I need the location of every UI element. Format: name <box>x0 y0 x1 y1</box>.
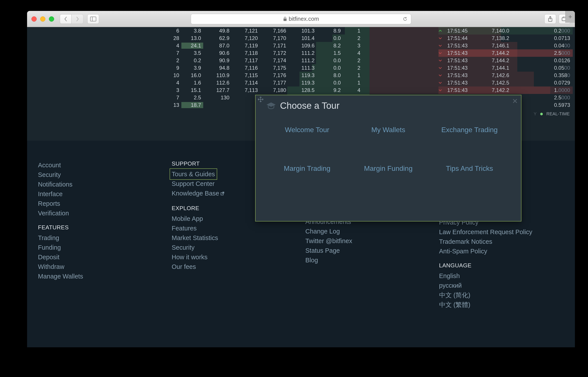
tour-option[interactable]: Margin Trading <box>267 165 348 173</box>
orderbook-cell: 18.7 <box>181 102 203 108</box>
tour-option[interactable]: Tips And Tricks <box>429 165 510 173</box>
trade-time: 17:51:43 <box>446 58 477 64</box>
footer-link[interactable]: How it works <box>172 252 297 262</box>
orderbook-cell: 112.6 <box>203 80 232 86</box>
url-text: bitfinex.com <box>289 15 319 22</box>
trade-row[interactable]: 17:51:437,144.10.0500 <box>439 64 573 72</box>
share-button[interactable] <box>544 14 556 24</box>
footer-link[interactable]: русский <box>439 281 564 290</box>
orderbook-cell: 2 <box>343 58 362 64</box>
orderbook-cell: 3 <box>343 43 362 49</box>
trade-row[interactable]: 17:51:447,138.20.0713 <box>439 35 573 42</box>
footer-link[interactable]: Trading <box>38 233 163 243</box>
tour-option[interactable]: Welcome Tour <box>267 126 348 134</box>
tour-option[interactable]: My Wallets <box>348 126 429 134</box>
forward-button[interactable] <box>72 14 83 24</box>
orderbook-cell: 87.0 <box>203 43 232 49</box>
orderbook-cell: 2 <box>343 35 362 41</box>
new-tab-button[interactable]: + <box>565 11 575 23</box>
trade-time: 17:51:43 <box>446 80 477 86</box>
orderbook-cell: 49.8 <box>203 28 232 34</box>
footer-link[interactable]: Manage Wallets <box>38 271 163 281</box>
drag-handle-icon[interactable] <box>258 96 263 102</box>
orderbook-cell: 7,113 <box>232 87 260 93</box>
traffic-lights <box>31 16 54 22</box>
footer-link[interactable]: Deposit <box>38 252 163 262</box>
trade-qty: 2.5000 <box>512 94 573 101</box>
orderbook-cell: 7,115 <box>232 72 260 78</box>
orderbook-cell: 119.3 <box>288 80 317 86</box>
footer-link[interactable]: Account <box>38 160 163 170</box>
orderbook-cell: 111.2 <box>288 58 317 64</box>
footer-link[interactable]: Trademark Notices <box>439 237 564 246</box>
footer-link[interactable]: Reports <box>38 199 163 208</box>
footer-link[interactable]: 中文 (简化) <box>439 290 564 300</box>
orderbook-cell: 0.0 <box>317 58 343 64</box>
footer-link[interactable]: Notifications <box>38 179 163 189</box>
trade-row[interactable]: 17:51:437,142.60.3580 <box>439 72 573 79</box>
back-button[interactable] <box>60 14 72 24</box>
trade-price: 7,142.5 <box>477 80 512 86</box>
trade-row[interactable]: 17:51:437,144.20.0126 <box>439 57 573 64</box>
footer-link[interactable]: Funding <box>38 243 163 252</box>
footer-link[interactable]: 中文 (繁體) <box>439 300 564 309</box>
orderbook-cell: 128.5 <box>288 87 317 93</box>
orderbook-cell: 3.5 <box>181 50 203 56</box>
footer-link[interactable]: Change Log <box>305 226 430 236</box>
tour-option[interactable]: Exchange Trading <box>429 126 510 134</box>
trade-time: 17:51:45 <box>446 28 477 34</box>
orderbook-cell: 7,118 <box>232 50 260 56</box>
footer-link[interactable]: Security <box>172 243 297 252</box>
address-bar[interactable]: bitfinex.com <box>191 14 411 24</box>
footer-col-1: AccountSecurityNotificationsInterfaceRep… <box>38 160 163 339</box>
tour-option[interactable]: Margin Funding <box>348 165 429 173</box>
orderbook-cell: 111.3 <box>288 65 317 71</box>
footer-link[interactable]: Twitter @bitfinex <box>305 236 430 246</box>
trade-row[interactable]: 17:51:437,142.21.0000 <box>439 86 573 94</box>
footer-link[interactable]: Market Statistics <box>172 233 297 243</box>
trade-qty: 0.0729 <box>512 80 573 86</box>
orderbook-cell: 8.2 <box>317 43 343 49</box>
trade-qty: 0.5973 <box>512 102 573 108</box>
footer-link[interactable]: Security <box>38 170 163 179</box>
orderbook-cell: 7,116 <box>232 65 260 71</box>
orderbook-cell: 1 <box>343 80 362 86</box>
trade-row[interactable]: 17:51:437,146.10.0400 <box>439 42 573 49</box>
footer-link[interactable]: Features <box>172 224 297 233</box>
orderbook-cell: 8.9 <box>317 28 343 34</box>
footer-link[interactable]: Verification <box>38 208 163 218</box>
trade-row[interactable]: 17:51:437,142.50.0729 <box>439 79 573 86</box>
page-content: 63.849.87,1217,166101.38.912813.062.97,1… <box>27 27 575 347</box>
orderbook-cell: 1.5 <box>317 50 343 56</box>
footer-link[interactable]: Interface <box>38 189 163 199</box>
orderbook-cell: 7 <box>164 94 181 101</box>
orderbook-cell: 10 <box>164 72 181 78</box>
orderbook-cell: 2 <box>343 65 362 71</box>
orderbook-cell: 111.2 <box>288 50 317 56</box>
footer-link[interactable]: Blog <box>305 255 430 265</box>
footer-link[interactable]: Law Enforcement Request Policy <box>439 227 564 237</box>
minimize-window-button[interactable] <box>40 16 45 22</box>
orderbook-cell: 119.3 <box>288 72 317 78</box>
trade-time: 17:51:43 <box>446 72 477 78</box>
maximize-window-button[interactable] <box>49 16 54 22</box>
orderbook-cell: 7,172 <box>260 50 288 56</box>
orderbook-cell: 9.2 <box>317 87 343 93</box>
nav-buttons <box>60 14 83 24</box>
orderbook-cell: 7,120 <box>232 35 260 41</box>
orderbook-cell: 0.0 <box>317 65 343 71</box>
footer-link[interactable]: Anti-Spam Policy <box>439 246 564 256</box>
footer-link[interactable]: Withdraw <box>38 262 163 271</box>
close-window-button[interactable] <box>31 16 37 22</box>
footer-link[interactable]: Our fees <box>172 262 297 271</box>
reload-button[interactable] <box>403 17 407 21</box>
trade-row[interactable]: 17:51:437,144.22.5000 <box>439 49 573 57</box>
orderbook-cell: 15.1 <box>181 87 203 93</box>
trade-qty: 0.2000 <box>512 28 573 34</box>
footer-link[interactable]: Status Page <box>305 246 430 255</box>
trade-row[interactable]: 17:51:457,140.00.2000 <box>439 27 573 35</box>
footer-link[interactable]: English <box>439 271 564 281</box>
show-sidebar-button[interactable] <box>87 14 99 24</box>
trade-price: 7,142.2 <box>477 87 512 93</box>
orderbook-cell: 3.9 <box>181 65 203 71</box>
